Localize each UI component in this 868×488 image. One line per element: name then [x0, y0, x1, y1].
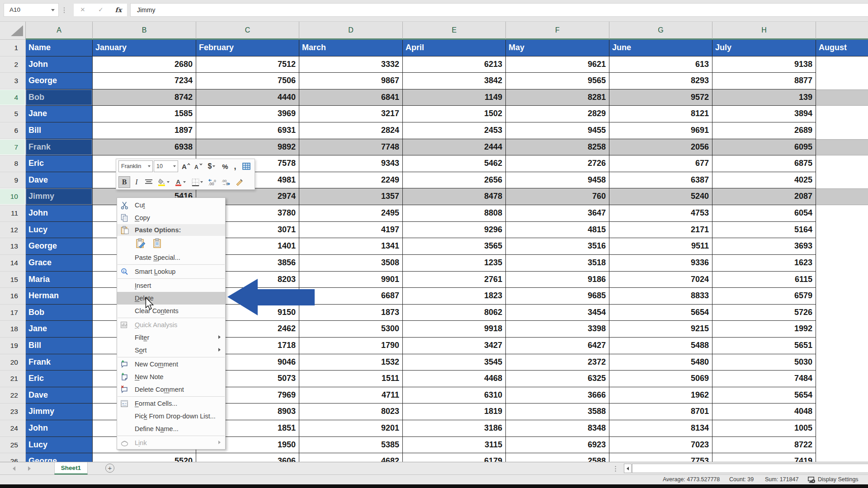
cell-G9[interactable]: 6387 — [609, 172, 712, 189]
menu-item-pick-from-drop-down-list[interactable]: Pick From Drop-down List... — [117, 410, 225, 422]
cell-H4[interactable]: 139 — [712, 89, 816, 106]
cell-I8[interactable] — [816, 155, 868, 172]
row-header-25[interactable]: 25 — [0, 437, 26, 454]
font-name-select[interactable]: Franklin — [118, 160, 153, 172]
row-header-13[interactable]: 13 — [0, 238, 26, 255]
cell-D18[interactable]: 5300 — [299, 321, 403, 338]
cell-F20[interactable]: 2372 — [506, 354, 609, 371]
cell-A15[interactable]: Maria — [26, 272, 93, 288]
cell-H8[interactable]: 6875 — [712, 155, 816, 172]
cell-A16[interactable]: Herman — [26, 288, 93, 305]
cell-A13[interactable]: George — [26, 238, 93, 255]
cell-I14[interactable] — [816, 255, 868, 272]
row-header-4[interactable]: 4 — [0, 89, 26, 106]
cell-F7[interactable]: 8258 — [506, 139, 609, 156]
cell-D7[interactable]: 7748 — [299, 139, 403, 156]
cell-E26[interactable]: 6179 — [403, 453, 506, 462]
menu-item-clear-contents[interactable]: Clear Contents — [117, 305, 225, 317]
cell-D22[interactable]: 4711 — [299, 387, 403, 404]
cell-H21[interactable]: 7484 — [712, 371, 816, 387]
row-header-2[interactable]: 2 — [0, 56, 26, 73]
cell-header-january[interactable]: January — [93, 40, 196, 56]
menu-item-delete-comment[interactable]: Delete Comment — [117, 383, 225, 396]
menu-item-new-note[interactable]: New Note — [117, 371, 225, 383]
cell-D6[interactable]: 2824 — [299, 122, 403, 139]
cell-A18[interactable]: Jane — [26, 321, 93, 338]
menu-item-cut[interactable]: Cut — [117, 199, 225, 211]
row-header-10[interactable]: 10 — [0, 188, 26, 205]
cell-H17[interactable]: 5726 — [712, 305, 816, 321]
tab-splitter-handle[interactable] — [615, 465, 616, 472]
row-header-9[interactable]: 9 — [0, 172, 26, 189]
font-size-select[interactable]: 10 — [154, 160, 178, 172]
cell-B7[interactable]: 6938 — [93, 139, 196, 156]
cell-F4[interactable]: 8281 — [506, 89, 609, 106]
cell-header-february[interactable]: February — [196, 40, 299, 56]
cell-F5[interactable]: 2829 — [506, 106, 609, 122]
cell-H26[interactable]: 7419 — [712, 453, 816, 462]
fill-color-button[interactable] — [156, 176, 171, 188]
cell-G14[interactable]: 9336 — [609, 255, 712, 272]
cell-A22[interactable]: Dave — [26, 387, 93, 404]
grow-font-button[interactable]: A — [180, 160, 191, 172]
paste-values-button[interactable] — [151, 237, 163, 249]
row-header-18[interactable]: 18 — [0, 321, 26, 338]
cell-G3[interactable]: 8293 — [609, 73, 712, 89]
cell-H25[interactable]: 8722 — [712, 437, 816, 454]
new-sheet-button[interactable]: + — [105, 464, 114, 473]
menu-item-paste-special[interactable]: Paste Special... — [117, 251, 225, 264]
cell-F15[interactable]: 9186 — [506, 272, 609, 288]
cell-D16[interactable]: 6687 — [299, 288, 403, 305]
cell-I13[interactable] — [816, 238, 868, 255]
cell-E20[interactable]: 3545 — [403, 354, 506, 371]
cell-G7[interactable]: 2056 — [609, 139, 712, 156]
cell-D10[interactable]: 1357 — [299, 188, 403, 205]
cell-E7[interactable]: 2444 — [403, 139, 506, 156]
cell-G26[interactable]: 7753 — [609, 453, 712, 462]
cell-A24[interactable]: John — [26, 420, 93, 437]
cell-A23[interactable]: Jimmy — [26, 404, 93, 420]
row-header-17[interactable]: 17 — [0, 305, 26, 321]
format-as-table-button[interactable] — [240, 160, 253, 172]
cell-I9[interactable] — [816, 172, 868, 189]
cell-B4[interactable]: 8742 — [93, 89, 196, 106]
cell-F2[interactable]: 9621 — [506, 56, 609, 73]
row-header-24[interactable]: 24 — [0, 420, 26, 437]
cell-F26[interactable]: 2588 — [506, 453, 609, 462]
menu-item-insert[interactable]: Insert — [117, 279, 225, 292]
menu-item-define-name[interactable]: Define Name... — [117, 422, 225, 435]
column-header-A[interactable]: A — [26, 22, 93, 40]
cell-A10[interactable]: Jimmy — [26, 188, 93, 205]
cell-I23[interactable] — [816, 404, 868, 420]
cell-E3[interactable]: 3842 — [403, 73, 506, 89]
cell-H20[interactable]: 5030 — [712, 354, 816, 371]
cell-G22[interactable]: 1962 — [609, 387, 712, 404]
cell-E5[interactable]: 1502 — [403, 106, 506, 122]
cell-I5[interactable] — [816, 106, 868, 122]
cell-F10[interactable]: 760 — [506, 188, 609, 205]
cell-F14[interactable]: 3518 — [506, 255, 609, 272]
menu-item-sort[interactable]: Sort — [117, 344, 225, 357]
format-painter-button[interactable] — [233, 176, 245, 188]
column-header-B[interactable]: B — [93, 22, 196, 40]
cell-G18[interactable]: 9215 — [609, 321, 712, 338]
cell-D13[interactable]: 1341 — [299, 238, 403, 255]
column-header-E[interactable]: E — [403, 22, 506, 40]
cell-I4[interactable] — [816, 89, 868, 106]
cell-A26[interactable]: George — [26, 453, 93, 462]
cell-header-july[interactable]: July — [712, 40, 816, 56]
cell-F23[interactable]: 3588 — [506, 404, 609, 420]
cell-G20[interactable]: 5480 — [609, 354, 712, 371]
cell-H6[interactable]: 2689 — [712, 122, 816, 139]
row-header-15[interactable]: 15 — [0, 272, 26, 288]
cell-F25[interactable]: 6923 — [506, 437, 609, 454]
cell-H16[interactable]: 6579 — [712, 288, 816, 305]
menu-item-smart-lookup[interactable]: Smart Lookupi — [117, 265, 225, 278]
cell-E18[interactable]: 9918 — [403, 321, 506, 338]
cell-I22[interactable] — [816, 387, 868, 404]
cell-G21[interactable]: 5069 — [609, 371, 712, 387]
enter-button[interactable]: ✓ — [93, 4, 108, 16]
cell-F19[interactable]: 6427 — [506, 338, 609, 354]
cell-F11[interactable]: 3647 — [506, 205, 609, 222]
cell-G13[interactable]: 9511 — [609, 238, 712, 255]
